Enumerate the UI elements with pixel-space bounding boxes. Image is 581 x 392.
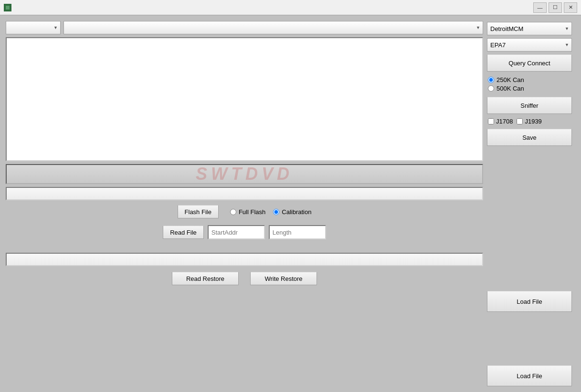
small-dropdown[interactable] bbox=[6, 21, 61, 34]
ecu-dropdown[interactable]: DetroitMCM bbox=[487, 22, 572, 35]
500k-label: 500K Can bbox=[496, 85, 524, 92]
start-addr-input[interactable] bbox=[208, 225, 265, 239]
calibration-radio[interactable] bbox=[273, 209, 279, 215]
read-file-button[interactable]: Read File bbox=[163, 226, 204, 239]
checkbox-row: J1708 J1939 bbox=[487, 117, 575, 126]
dropdown-row bbox=[6, 21, 483, 34]
flash-file-button[interactable]: Flash File bbox=[178, 205, 219, 218]
read-section: Read File bbox=[6, 223, 483, 241]
restore-file-path-bar bbox=[6, 253, 483, 266]
can-radio-group: 250K Can 500K Can bbox=[487, 74, 575, 94]
j1708-label: J1708 bbox=[496, 118, 513, 125]
main-content: SWTDVD Flash File Full Flash Calibration… bbox=[0, 15, 581, 392]
svg-rect-1 bbox=[6, 6, 10, 10]
flash-file-path-bar bbox=[6, 187, 483, 200]
j1939-checkbox[interactable] bbox=[517, 118, 523, 124]
j1708-checkbox[interactable] bbox=[488, 118, 494, 124]
section-separator bbox=[6, 244, 483, 248]
title-bar-controls: — ☐ ✕ bbox=[533, 2, 577, 13]
length-input[interactable] bbox=[269, 225, 326, 239]
right-panel-spacer bbox=[487, 149, 575, 288]
maximize-button[interactable]: ☐ bbox=[549, 2, 562, 13]
left-panel: SWTDVD Flash File Full Flash Calibration… bbox=[6, 21, 483, 386]
log-area bbox=[6, 37, 483, 161]
250k-label: 250K Can bbox=[496, 76, 524, 83]
large-dropdown[interactable] bbox=[63, 21, 483, 34]
restore-buttons: Read Restore Write Restore bbox=[6, 269, 483, 288]
small-dropdown-wrapper bbox=[6, 21, 61, 34]
250k-radio[interactable] bbox=[488, 77, 494, 83]
load-file-button-1[interactable]: Load File bbox=[487, 291, 572, 312]
flash-radio-group: Full Flash Calibration bbox=[230, 208, 312, 216]
write-restore-button[interactable]: Write Restore bbox=[250, 272, 317, 285]
title-bar: — ☐ ✕ bbox=[0, 0, 581, 15]
j1939-checkbox-label[interactable]: J1939 bbox=[517, 118, 541, 125]
watermark-text: SWTDVD bbox=[196, 164, 293, 184]
500k-radio[interactable] bbox=[488, 85, 494, 92]
full-flash-radio-label[interactable]: Full Flash bbox=[230, 208, 265, 216]
title-bar-left bbox=[4, 4, 11, 11]
250k-radio-label[interactable]: 250K Can bbox=[488, 76, 574, 83]
app-icon bbox=[4, 4, 11, 11]
flash-section: Flash File Full Flash Calibration bbox=[6, 203, 483, 220]
calibration-label: Calibration bbox=[282, 208, 311, 216]
j1939-label: J1939 bbox=[525, 118, 541, 125]
j1708-checkbox-label[interactable]: J1708 bbox=[488, 118, 513, 125]
large-dropdown-wrapper bbox=[63, 21, 483, 34]
close-button[interactable]: ✕ bbox=[564, 2, 577, 13]
right-panel: DetroitMCM EPA7 Query Connect 250K Can 5… bbox=[487, 21, 575, 386]
ecu-dropdown-wrapper: DetroitMCM bbox=[487, 22, 572, 35]
watermark-bar: SWTDVD bbox=[6, 164, 483, 184]
minimize-button[interactable]: — bbox=[533, 2, 547, 13]
full-flash-radio[interactable] bbox=[230, 209, 236, 215]
calibration-radio-label[interactable]: Calibration bbox=[273, 208, 311, 216]
protocol-dropdown-wrapper: EPA7 bbox=[487, 38, 572, 52]
save-button[interactable]: Save bbox=[487, 129, 572, 146]
sniffer-button[interactable]: Sniffer bbox=[487, 97, 572, 114]
query-connect-button[interactable]: Query Connect bbox=[487, 54, 572, 72]
load-file-button-2[interactable]: Load File bbox=[487, 365, 572, 386]
500k-radio-label[interactable]: 500K Can bbox=[488, 85, 574, 92]
right-panel-spacer-2 bbox=[487, 315, 575, 362]
full-flash-label: Full Flash bbox=[239, 208, 265, 216]
read-restore-button[interactable]: Read Restore bbox=[172, 272, 239, 285]
protocol-dropdown[interactable]: EPA7 bbox=[487, 38, 572, 52]
